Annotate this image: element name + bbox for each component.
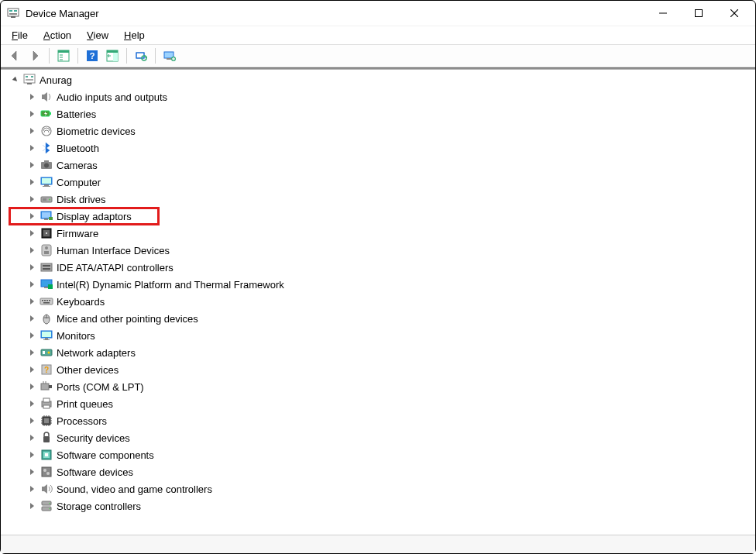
expand-icon[interactable] xyxy=(27,177,38,188)
expand-icon[interactable] xyxy=(27,432,38,443)
tree-category-node[interactable]: Other devices xyxy=(10,361,755,378)
tree-category-label: Intel(R) Dynamic Platform and Thermal Fr… xyxy=(57,279,284,291)
toolbar-separator xyxy=(77,48,78,64)
svg-rect-4 xyxy=(11,16,15,18)
svg-rect-0 xyxy=(8,9,19,16)
svg-rect-27 xyxy=(24,74,35,83)
tree-category-node[interactable]: Processors xyxy=(10,412,755,429)
tree-category-node[interactable]: Bluetooth xyxy=(10,139,755,157)
tree-category-node[interactable]: Intel(R) Dynamic Platform and Thermal Fr… xyxy=(10,276,755,293)
tree-category-node[interactable]: Display adaptors xyxy=(10,208,755,225)
expand-icon[interactable] xyxy=(27,194,38,205)
menu-help[interactable]: Help xyxy=(118,28,151,43)
content-area: Anurag Audio inputs and outputsBatteries… xyxy=(1,70,755,535)
expand-icon[interactable] xyxy=(27,330,38,341)
tree-category-node[interactable]: Cameras xyxy=(10,157,755,174)
collapse-icon[interactable] xyxy=(10,74,21,85)
expand-icon[interactable] xyxy=(27,160,38,170)
menu-view[interactable]: View xyxy=(81,28,115,43)
expand-icon[interactable] xyxy=(27,245,38,256)
tree-category-node[interactable]: Storage controllers xyxy=(10,497,755,514)
expand-icon[interactable] xyxy=(27,347,38,358)
tree-category-label: Monitors xyxy=(57,330,95,342)
svg-rect-30 xyxy=(26,79,33,81)
tree-category-node[interactable]: Batteries xyxy=(10,105,755,122)
tree-category-node[interactable]: Keyboards xyxy=(10,293,755,310)
svg-rect-2 xyxy=(14,10,17,12)
tree-category-node[interactable]: Security devices xyxy=(10,429,755,446)
expand-icon[interactable] xyxy=(27,228,38,239)
expand-icon[interactable] xyxy=(27,398,38,409)
software-dev-icon xyxy=(40,465,53,479)
tree-category-label: Network adapters xyxy=(57,347,136,359)
tree-category-node[interactable]: Firmware xyxy=(10,225,755,242)
svg-rect-29 xyxy=(31,76,33,77)
tree-category-node[interactable]: Sound, video and game controllers xyxy=(10,480,755,497)
computer-icon xyxy=(40,175,53,189)
expand-icon[interactable] xyxy=(27,313,38,324)
expand-icon[interactable] xyxy=(27,91,38,102)
expand-icon[interactable] xyxy=(27,449,38,460)
other-icon xyxy=(40,363,53,377)
device-tree[interactable]: Anurag Audio inputs and outputsBatteries… xyxy=(1,70,755,535)
expand-icon[interactable] xyxy=(27,279,38,290)
expand-icon[interactable] xyxy=(27,381,38,392)
expand-icon[interactable] xyxy=(27,501,38,511)
show-hide-action-pane-button[interactable] xyxy=(103,46,122,65)
nav-back-button[interactable] xyxy=(5,46,24,65)
minimize-button[interactable] xyxy=(645,1,681,26)
expand-icon[interactable] xyxy=(27,364,38,375)
tree-category-node[interactable]: Software devices xyxy=(10,463,755,480)
svg-rect-10 xyxy=(58,50,69,53)
tree-root-label: Anurag xyxy=(40,74,72,86)
close-button[interactable] xyxy=(716,1,752,26)
scan-hardware-button[interactable] xyxy=(132,46,150,65)
expand-icon[interactable] xyxy=(27,211,38,222)
intel-icon xyxy=(40,277,53,291)
toolbar-separator xyxy=(49,48,50,64)
tree-root-node[interactable]: Anurag xyxy=(10,71,755,88)
security-icon xyxy=(40,431,53,445)
show-hide-console-tree-button[interactable] xyxy=(54,46,73,65)
toolbar-separator xyxy=(155,48,156,64)
tree-category-label: Display adaptors xyxy=(57,211,132,222)
tree-category-node[interactable]: Mice and other pointing devices xyxy=(10,310,755,327)
keyboard-icon xyxy=(40,294,53,308)
tree-category-node[interactable]: Biometric devices xyxy=(10,122,755,139)
menu-file[interactable]: File xyxy=(5,28,34,43)
expand-icon[interactable] xyxy=(27,262,38,273)
tree-category-node[interactable]: Print queues xyxy=(10,395,755,412)
tree-category-label: IDE ATA/ATAPI controllers xyxy=(57,262,174,274)
add-legacy-hardware-button[interactable] xyxy=(160,46,179,65)
tree-category-label: Software components xyxy=(57,449,154,461)
tree-category-label: Processors xyxy=(57,415,107,427)
tree-category-node[interactable]: Disk drives xyxy=(10,191,755,208)
menu-action[interactable]: Action xyxy=(37,28,77,43)
maximize-button[interactable] xyxy=(681,1,716,26)
expand-icon[interactable] xyxy=(27,296,38,307)
help-button[interactable]: ? xyxy=(83,46,101,65)
tree-category-node[interactable]: Human Interface Devices xyxy=(10,242,755,259)
expand-icon[interactable] xyxy=(27,108,38,119)
nav-forward-button[interactable] xyxy=(26,46,44,65)
tree-category-node[interactable]: Monitors xyxy=(10,327,755,344)
expand-icon[interactable] xyxy=(27,415,38,426)
hid-icon xyxy=(40,243,53,257)
tree-category-label: Computer xyxy=(57,177,101,188)
svg-rect-18 xyxy=(113,53,118,61)
expand-icon[interactable] xyxy=(27,466,38,477)
tree-category-label: Firmware xyxy=(57,228,98,239)
tree-category-node[interactable]: Audio inputs and outputs xyxy=(10,88,755,105)
tree-category-label: Mice and other pointing devices xyxy=(57,313,198,325)
expand-icon[interactable] xyxy=(27,126,38,136)
toolbar-separator xyxy=(126,48,127,64)
tree-category-node[interactable]: Computer xyxy=(10,174,755,191)
expand-icon[interactable] xyxy=(27,483,38,494)
tree-category-node[interactable]: Software components xyxy=(10,446,755,463)
tree-category-node[interactable]: Ports (COM & LPT) xyxy=(10,378,755,395)
tree-category-label: Storage controllers xyxy=(57,501,141,512)
tree-category-label: Disk drives xyxy=(57,194,106,205)
expand-icon[interactable] xyxy=(27,143,38,153)
tree-category-node[interactable]: IDE ATA/ATAPI controllers xyxy=(10,259,755,276)
tree-category-node[interactable]: Network adapters xyxy=(10,344,755,361)
